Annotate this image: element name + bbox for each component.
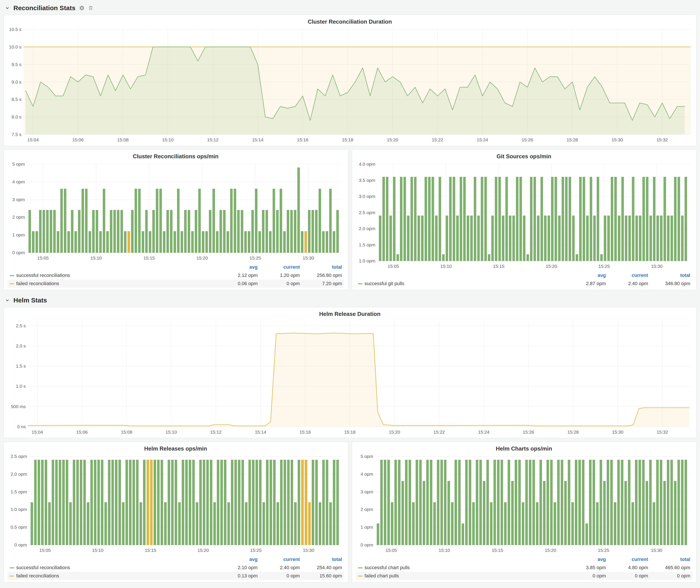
svg-text:2.0 s: 2.0 s [16,343,26,348]
legend-value: 3.85 opm [566,564,608,572]
svg-text:15:30: 15:30 [651,548,662,553]
legend-series-toggle[interactable]: failed reconciliations [8,279,218,288]
panel-git-sources-opm: Git Sources ops/min 15:0515:1015:1515:20… [352,149,697,290]
legend-value: 465.60 opm [650,564,692,572]
legend-col-total[interactable]: total [650,555,692,564]
svg-text:4 opm: 4 opm [12,179,25,184]
legend-series-toggle[interactable]: successful reconciliations [8,564,218,572]
svg-text:0 opm: 0 opm [15,542,27,547]
chart-wrap: 15:0515:1015:1515:2015:2515:304.0 opm3.5… [354,161,694,270]
svg-text:15:26: 15:26 [522,137,533,142]
svg-text:2 opm: 2 opm [361,507,373,512]
panel-title[interactable]: Helm Charts ops/min [354,443,694,453]
svg-text:15:06: 15:06 [72,137,84,142]
section-title[interactable]: Helm Stats [13,297,47,304]
panel-cluster-reconciliation-duration: Cluster Reconciliation Duration 15:0415:… [3,15,697,146]
svg-text:3.5 opm: 3.5 opm [359,178,375,183]
gear-icon[interactable] [79,5,85,11]
svg-text:15:25: 15:25 [598,548,609,553]
legend-series-toggle[interactable]: successful chart pulls [356,564,566,572]
helm-release-duration-chart[interactable]: 15:0415:0615:0815:1015:1215:1415:1615:18… [5,319,694,436]
svg-text:15:20: 15:20 [545,548,556,553]
chevron-down-icon[interactable] [5,5,10,11]
svg-text:15:30: 15:30 [612,430,624,435]
section-title[interactable]: Reconciliation Stats [13,4,76,12]
legend-col-current[interactable]: current [260,263,302,271]
legend-col-current[interactable]: current [260,555,302,564]
svg-text:5 opm: 5 opm [361,454,373,459]
chart-wrap: 15:0415:0615:0815:1015:1215:1415:1615:18… [5,319,694,436]
chevron-down-icon[interactable] [5,298,10,303]
svg-text:2.0 opm: 2.0 opm [11,472,27,477]
svg-text:15:25: 15:25 [598,264,610,269]
svg-text:10.0 s: 10.0 s [9,44,21,49]
helm-charts-opm-chart[interactable]: 15:0515:1015:1515:2015:2515:305 opm4 opm… [354,453,694,554]
cluster-reconciliation-duration-chart[interactable]: 15:0415:0615:0815:1015:1215:1415:1615:18… [5,26,694,144]
series-color-marker [358,283,362,284]
trash-icon[interactable] [88,5,93,11]
svg-text:2.5 opm: 2.5 opm [359,210,375,215]
svg-text:15:10: 15:10 [92,548,103,553]
svg-text:15:28: 15:28 [567,430,579,435]
cluster-reconciliations-opm-chart[interactable]: 15:0515:1015:1515:2015:2515:305 opm4 opm… [5,161,346,262]
svg-text:15:10: 15:10 [166,430,177,435]
svg-text:15:20: 15:20 [389,430,400,435]
legend: avgcurrenttotalsuccessful reconciliation… [5,262,346,288]
panel-title[interactable]: Helm Release Duration [5,309,694,319]
git-sources-opm-chart[interactable]: 15:0515:1015:1515:2015:2515:304.0 opm3.5… [354,161,694,270]
panel-title[interactable]: Cluster Reconciliation Duration [5,16,694,26]
legend-value: 2.12 opm [218,271,260,279]
svg-text:8.5 s: 8.5 s [11,97,21,102]
legend-col-avg[interactable]: avg [566,271,608,279]
svg-text:15:05: 15:05 [385,548,397,553]
svg-text:15:32: 15:32 [656,137,668,142]
panel-helm-release-duration: Helm Release Duration 15:0415:0615:0815:… [3,307,697,438]
legend-value: 4.80 opm [608,564,650,572]
legend-col-total[interactable]: total [650,271,692,279]
legend-series-toggle[interactable]: failed reconciliations [8,572,218,580]
legend-col-avg[interactable]: avg [218,555,260,564]
svg-text:15:28: 15:28 [567,137,578,142]
svg-text:15:18: 15:18 [344,430,356,435]
legend-col-total[interactable]: total [302,555,344,564]
legend-value: 0 opm [260,572,302,580]
legend-value: 0 opm [566,572,608,580]
series-color-marker [10,567,14,568]
legend-series-toggle[interactable]: failed chart pulls [356,572,566,580]
svg-text:15:22: 15:22 [433,430,445,435]
svg-text:15:16: 15:16 [297,137,308,142]
svg-text:15:08: 15:08 [121,430,132,435]
svg-text:1 opm: 1 opm [12,232,25,237]
svg-text:15:05: 15:05 [39,548,51,553]
legend-col-avg[interactable]: avg [218,263,260,271]
svg-text:0 opm: 0 opm [361,542,373,547]
svg-text:7.5 s: 7.5 s [11,132,21,137]
legend-col-current[interactable]: current [608,271,650,279]
panel-title[interactable]: Cluster Reconciliations ops/min [5,151,346,161]
svg-text:15:30: 15:30 [611,137,623,142]
helm-releases-opm-chart[interactable]: 15:0515:1015:1515:2015:2515:302.5 opm2.0… [5,453,346,554]
legend-col-current[interactable]: current [608,555,650,564]
panel-title[interactable]: Helm Releases ops/min [5,443,346,453]
series-color-marker [358,576,362,577]
legend-col-avg[interactable]: avg [566,555,608,564]
svg-text:1.5 s: 1.5 s [16,363,26,368]
legend-col-total[interactable]: total [302,263,344,271]
legend-row: successful reconciliations2.10 opm2.40 o… [8,564,344,572]
svg-text:15:16: 15:16 [300,430,311,435]
svg-text:15:20: 15:20 [546,264,557,269]
chart-wrap: 15:0515:1015:1515:2015:2515:305 opm4 opm… [354,453,694,554]
legend-series-toggle[interactable]: successful reconciliations [8,271,218,279]
legend-header-row: avgcurrenttotal [356,555,692,564]
svg-text:0 ns: 0 ns [17,424,26,429]
svg-text:15:04: 15:04 [32,430,43,435]
svg-text:15:10: 15:10 [440,264,452,269]
svg-text:1.5 opm: 1.5 opm [11,489,27,494]
svg-text:15:08: 15:08 [117,137,129,142]
legend-series-toggle[interactable]: successful git pulls [356,279,566,288]
panel-title[interactable]: Git Sources ops/min [354,151,694,161]
svg-text:15:12: 15:12 [207,137,219,142]
svg-text:15:20: 15:20 [197,255,208,260]
svg-text:10.5 s: 10.5 s [9,27,21,32]
panel-cluster-reconciliations-opm: Cluster Reconciliations ops/min 15:0515:… [3,149,348,290]
